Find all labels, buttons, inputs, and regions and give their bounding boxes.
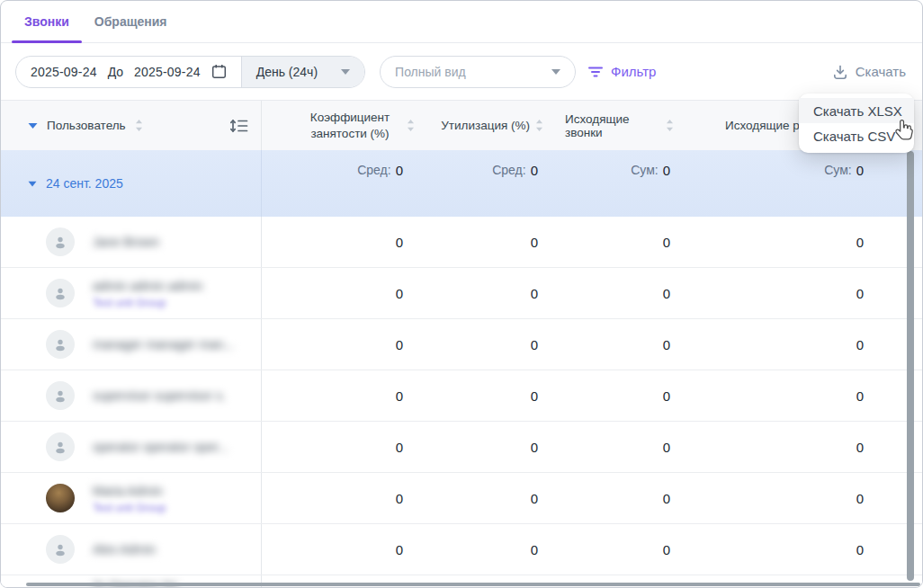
cell-occupancy: 0 [262, 524, 424, 575]
collapse-group-icon [28, 181, 37, 187]
report-window: Звонки Обращения 2025-09-24 До 2025-09-2… [0, 0, 923, 588]
user-name-redacted: supervisor supervisor s. [87, 388, 231, 404]
date-group-toggle[interactable]: 24 сент. 2025 [1, 150, 262, 217]
cell-outgoing-conversations: 0 [695, 422, 922, 472]
table-row[interactable]: admin admin admin Test unit Group 0 0 0 … [1, 268, 922, 319]
avatar [46, 381, 75, 410]
mouse-cursor [894, 119, 915, 145]
cell-outgoing-conversations: 0 [695, 370, 922, 421]
cell-outgoing-conversations: 0 [695, 524, 922, 575]
agg-outgoing-conversations: Сум: 0 [695, 150, 922, 217]
period-value: День (24ч) [256, 65, 318, 79]
tab-appeals[interactable]: Обращения [82, 1, 180, 42]
avatar [46, 330, 75, 359]
cell-outgoing-conversations: 0 [695, 473, 922, 523]
user-name-redacted: operator operator oper... [87, 439, 234, 455]
date-range-control: 2025-09-24 До 2025-09-24 День (24ч) [15, 56, 365, 88]
download-button-label: Скачать [856, 64, 906, 79]
agg-label: Сред: [492, 163, 525, 177]
tab-appeals-label: Обращения [94, 14, 167, 29]
chevron-down-icon [341, 69, 350, 75]
user-subtitle-redacted: Test unit Group [87, 502, 171, 514]
cell-outgoing-calls: 0 [565, 217, 695, 267]
date-from-value[interactable]: 2025-09-24 [31, 65, 97, 79]
header-occupancy[interactable]: Коэффициент занятости (%) [262, 101, 424, 150]
avatar [46, 432, 75, 461]
header-outgoing-calls[interactable]: Исходящие звонки [565, 101, 695, 150]
cell-utilization: 0 [424, 524, 565, 575]
user-name-redacted: Jane Brown [87, 234, 165, 250]
agg-value: 0 [663, 163, 670, 178]
header-utilization-label: Утилизация (%) [441, 119, 530, 132]
download-icon [832, 64, 848, 80]
calendar-icon[interactable] [211, 64, 227, 79]
table-row[interactable]: Maria Admin Test unit Group 0 0 0 0 [1, 473, 922, 524]
header-outgoing-calls-label: Исходящие звонки [565, 112, 660, 139]
collapse-all-icon[interactable] [28, 122, 38, 129]
sort-icon[interactable] [666, 119, 674, 132]
avatar [46, 279, 75, 307]
table-row[interactable]: Alex Admin 0 0 0 0 [1, 524, 922, 575]
horizontal-scrollbar[interactable] [26, 583, 920, 586]
vertical-scrollbar[interactable] [907, 151, 914, 581]
agg-label: Сум: [631, 163, 658, 177]
cell-utilization: 0 [424, 319, 565, 370]
agg-value: 0 [856, 163, 864, 178]
sort-icon[interactable] [407, 119, 415, 132]
header-outgoing-conversations-label: Исходящие ра [725, 119, 806, 132]
cell-occupancy: 0 [262, 268, 424, 318]
cell-outgoing-calls: 0 [565, 524, 695, 575]
filter-button[interactable]: Фильтр [588, 64, 656, 79]
avatar [46, 535, 75, 564]
user-name-redacted: admin admin admin [87, 278, 208, 294]
table-header: Пользователь Коэффициент занятости (%) У… [1, 100, 922, 150]
cell-utilization: 0 [424, 370, 565, 421]
avatar-photo [46, 484, 75, 512]
cell-utilization: 0 [424, 473, 565, 523]
cell-utilization: 0 [424, 422, 565, 472]
cell-utilization: 0 [424, 268, 565, 318]
agg-value: 0 [396, 163, 403, 178]
date-group-row: 24 сент. 2025 Сред: 0 Сред: 0 Сум: 0 Сум… [1, 150, 922, 217]
table-row[interactable]: manager manager man... 0 0 0 0 [1, 319, 922, 370]
user-name-redacted: manager manager man... [87, 336, 239, 352]
sort-icon[interactable] [135, 119, 143, 132]
download-button[interactable]: Скачать [832, 64, 908, 80]
period-select[interactable]: День (24ч) [241, 57, 364, 87]
date-group-label: 24 сент. 2025 [46, 176, 123, 191]
toolbar: 2025-09-24 До 2025-09-24 День (24ч) Полн… [1, 43, 922, 100]
table-body: Jane Brown 0 0 0 0 admin admin admin Tes… [1, 217, 922, 588]
header-user[interactable]: Пользователь [1, 101, 262, 150]
date-range-input[interactable]: 2025-09-24 До 2025-09-24 [16, 57, 241, 87]
view-select-placeholder: Полный вид [395, 65, 466, 79]
cell-outgoing-conversations: 0 [695, 319, 922, 370]
cell-outgoing-calls: 0 [565, 370, 695, 421]
tab-calls[interactable]: Звонки [12, 1, 82, 42]
cell-occupancy: 0 [262, 370, 424, 421]
agg-label: Сум: [824, 163, 851, 177]
tab-calls-label: Звонки [24, 14, 69, 29]
filter-icon [588, 67, 603, 77]
cell-outgoing-calls: 0 [565, 268, 695, 318]
cell-occupancy: 0 [262, 217, 424, 267]
cell-occupancy: 0 [262, 422, 424, 472]
cell-occupancy: 0 [262, 473, 424, 523]
sort-icon[interactable] [535, 119, 543, 132]
cell-outgoing-conversations: 0 [695, 217, 922, 267]
table-row[interactable]: supervisor supervisor s. 0 0 0 0 [1, 370, 922, 422]
filter-button-label: Фильтр [611, 64, 656, 79]
table-row[interactable]: operator operator oper... 0 0 0 0 [1, 422, 922, 473]
cell-outgoing-calls: 0 [565, 473, 695, 523]
agg-label: Сред: [357, 163, 390, 177]
view-select[interactable]: Полный вид [380, 56, 576, 88]
date-to-value[interactable]: 2025-09-24 [134, 65, 201, 79]
user-name-redacted: Maria Admin [87, 483, 171, 499]
row-height-icon[interactable] [229, 118, 248, 134]
table-row[interactable]: Jane Brown 0 0 0 0 [1, 217, 922, 268]
cell-outgoing-calls: 0 [565, 319, 695, 370]
header-utilization[interactable]: Утилизация (%) [424, 101, 565, 150]
header-user-label: Пользователь [47, 119, 126, 132]
chevron-down-icon [551, 69, 560, 75]
cell-utilization: 0 [424, 217, 565, 267]
cell-occupancy: 0 [262, 319, 424, 370]
